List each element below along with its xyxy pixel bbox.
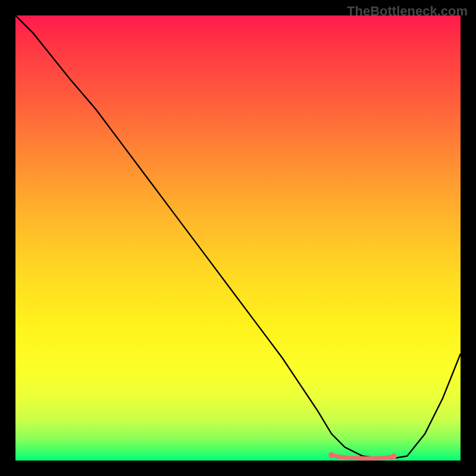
watermark-text: TheBottleneck.com [347,4,468,19]
optimal-band-dot [391,453,397,459]
chart-svg [15,15,461,461]
optimal-band-dot [328,452,334,458]
chart-plot-area [15,15,461,461]
bottleneck-curve-line [15,15,461,458]
